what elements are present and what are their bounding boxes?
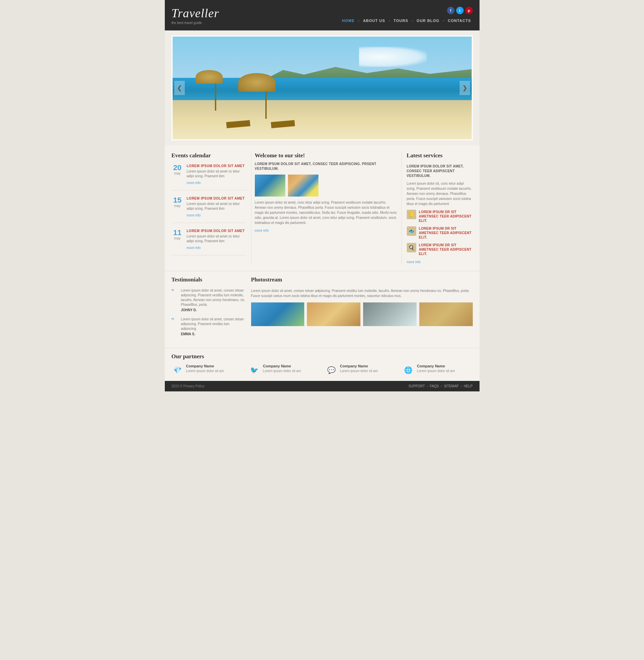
partner-info-1: Company Name Lorem ipsum dolor sit am — [186, 364, 224, 373]
event-more-1[interactable]: more info — [187, 181, 201, 185]
event-text-1: Lorem ipsum dolor sit amet nc tetur adip… — [187, 169, 246, 179]
partner-logo-2: 🐦 — [248, 364, 260, 376]
service-text-3: LOREM IPSUM DR SIT AMETNSEC TEER ADIPISC… — [419, 243, 473, 256]
slider-wrapper: ❮ — [172, 36, 473, 140]
service-text-1: LOREM IPSUM DR SIT AMETNSEC TEER ADIPISC… — [419, 210, 473, 223]
event-more-3[interactable]: more info — [187, 246, 201, 250]
partner-item-1: 💎 Company Name Lorem ipsum dolor sit am — [172, 364, 242, 376]
event-month-3: may — [172, 236, 183, 240]
event-day-1: 20 — [172, 164, 183, 172]
event-date-1: 20 may — [172, 164, 183, 185]
nav-tours[interactable]: TOURS — [392, 18, 410, 24]
testimonial-item-2: " Lorem ipsum dolor sit amet, consec tet… — [172, 317, 246, 336]
umbrella-top-2 — [238, 73, 275, 92]
facebook-icon[interactable]: f — [447, 7, 454, 14]
footer-copyright: 2015 © Privacy Policy — [172, 384, 204, 388]
slider-prev-button[interactable]: ❮ — [174, 81, 185, 95]
event-item-3: 11 may LOREM IPSUM DOLOR SIT AMET Lorem … — [172, 229, 246, 255]
testimonial-author-1: JOHNY D. — [181, 308, 246, 312]
nav-blog[interactable]: OUR BLOG — [415, 18, 441, 24]
event-item-2: 15 may LOREM IPSUM DOLOR SIT AMET Lorem … — [172, 197, 246, 223]
partner-item-4: 🌐 Company Name Lorem ipsum dolor sit am — [402, 364, 473, 376]
partners-title: Our partners — [172, 353, 473, 360]
partner-desc-1: Lorem ipsum dolor sit am — [186, 369, 224, 373]
event-day-2: 15 — [172, 197, 183, 204]
logo-area: Traveller the best travel guide — [172, 6, 219, 25]
photostream-intro: Lorem ipsum dolor sit amet, consec tetue… — [251, 288, 473, 298]
nav-about[interactable]: ABOUT US — [361, 18, 387, 24]
pinterest-icon[interactable]: p — [465, 7, 473, 14]
testimonials-title: Testimonials — [172, 276, 246, 283]
footer-link-faqs[interactable]: FAQS — [430, 384, 439, 388]
event-content-1: LOREM IPSUM DOLOR SIT AMET Lorem ipsum d… — [187, 164, 246, 185]
services-more[interactable]: more info — [407, 260, 421, 264]
events-title: Events calendar — [172, 152, 246, 159]
testimonial-item-1: " Lorem ipsum dolor sit amet, consec tet… — [172, 288, 246, 312]
partner-desc-4: Lorem ipsum dolor sit am — [417, 369, 455, 373]
event-heading-1: LOREM IPSUM DOLOR SIT AMET — [187, 164, 246, 168]
site-logo[interactable]: Traveller — [172, 6, 219, 20]
partner-info-4: Company Name Lorem ipsum dolor sit am — [417, 364, 455, 373]
partner-info-3: Company Name Lorem ipsum dolor sit am — [340, 364, 378, 373]
footer-link-help[interactable]: HELP — [464, 384, 472, 388]
event-date-2: 15 may — [172, 197, 183, 218]
photo-thumb-3[interactable] — [363, 302, 417, 326]
partner-desc-2: Lorem ipsum dolor sit am — [263, 369, 301, 373]
testimonial-content-2: Lorem ipsum dolor sit amet, consec tetue… — [181, 317, 246, 336]
nav-contacts[interactable]: CONTACTS — [446, 18, 472, 24]
partner-item-3: 💬 Company Name Lorem ipsum dolor sit am — [326, 364, 396, 376]
site-tagline: the best travel guide — [172, 21, 219, 25]
umbrella-top-1 — [196, 70, 223, 84]
testimonial-text-1: Lorem ipsum dolor sit amet, consec tetue… — [181, 288, 246, 307]
partner-desc-3: Lorem ipsum dolor sit am — [340, 369, 378, 373]
partner-logo-4: 🌐 — [402, 364, 414, 376]
photo-thumb-2[interactable] — [307, 302, 360, 326]
main-content: Events calendar 20 may LOREM IPSUM DOLOR… — [165, 145, 480, 271]
partners-grid: 💎 Company Name Lorem ipsum dolor sit am … — [172, 364, 473, 376]
umbrella-pole-1 — [215, 84, 216, 111]
slider-next-button[interactable]: ❯ — [460, 81, 470, 95]
lounger-2 — [271, 121, 295, 127]
services-body: Lorem ipsum dolor sit, conc tetur adipi … — [407, 181, 473, 206]
event-more-2[interactable]: more info — [187, 213, 201, 217]
service-icon-2: 🐟 — [407, 226, 416, 236]
twitter-icon[interactable]: t — [456, 7, 464, 14]
footer-link-sitemap[interactable]: SITEMAP — [444, 384, 459, 388]
footer-link-support[interactable]: SUPPORT — [408, 384, 425, 388]
photo-thumb-1[interactable] — [251, 302, 305, 326]
testimonial-content-1: Lorem ipsum dolor sit amet, consec tetue… — [181, 288, 246, 312]
testimonials-column: Testimonials " Lorem ipsum dolor sit ame… — [172, 276, 246, 341]
event-item-1: 20 may LOREM IPSUM DOLOR SIT AMET Lorem … — [172, 164, 246, 190]
clouds-bg — [359, 47, 427, 67]
event-month-2: may — [172, 204, 183, 208]
welcome-title: Welcome to our site! — [255, 152, 398, 159]
welcome-more[interactable]: more info — [255, 229, 269, 232]
photo-thumb-4[interactable] — [419, 302, 473, 326]
header-right: f t p HOME ● ABOUT US ● TOURS ● OUR BLOG… — [340, 7, 473, 24]
services-title: Latest services — [407, 152, 473, 159]
service-text-2: LOREM IPSUM DR SIT AMETNSEC TEER ADIPISC… — [419, 226, 473, 240]
nav-home[interactable]: HOME — [340, 18, 356, 24]
header: Traveller the best travel guide f t p HO… — [165, 0, 480, 30]
partner-name-1: Company Name — [186, 364, 224, 368]
footer: 2015 © Privacy Policy SUPPORT ● FAQS ● S… — [165, 381, 480, 391]
social-icons: f t p — [447, 7, 473, 14]
service-icon-1: 📒 — [407, 210, 416, 219]
umbrella-pole-2 — [265, 92, 267, 119]
event-text-2: Lorem ipsum dolor sit amet nc tetur adip… — [187, 202, 246, 211]
welcome-image-1 — [255, 175, 285, 197]
service-icon-3: 🍳 — [407, 243, 416, 252]
events-column: Events calendar 20 may LOREM IPSUM DOLOR… — [172, 152, 246, 264]
slider-image — [173, 37, 472, 139]
partner-logo-3: 💬 — [326, 364, 337, 376]
welcome-image-2 — [288, 175, 318, 197]
welcome-intro: LOREM IPSUM DOLOR SIT AMET, CONSEC TEER … — [255, 162, 398, 171]
service-item-2: 🐟 LOREM IPSUM DR SIT AMETNSEC TEER ADIPI… — [407, 226, 473, 240]
lounger-1 — [226, 121, 250, 127]
event-content-3: LOREM IPSUM DOLOR SIT AMET Lorem ipsum d… — [187, 229, 246, 250]
slider-section: ❮ — [165, 30, 480, 145]
services-intro: LOREM IPSUM DOLOR SIT AMET, CONSEC TEER … — [407, 164, 473, 178]
photostream-column: Photostream Lorem ipsum dolor sit amet, … — [251, 276, 473, 341]
testimonial-text-2: Lorem ipsum dolor sit amet, consec tetue… — [181, 317, 246, 331]
service-item-3: 🍳 LOREM IPSUM DR SIT AMETNSEC TEER ADIPI… — [407, 243, 473, 256]
